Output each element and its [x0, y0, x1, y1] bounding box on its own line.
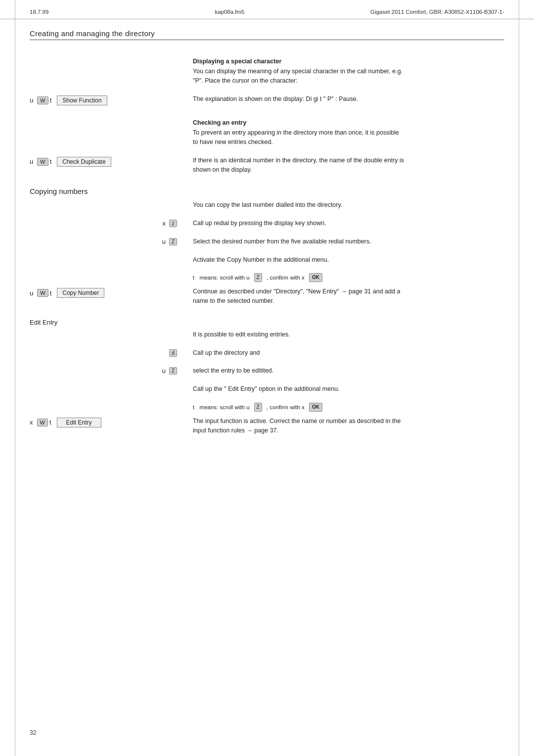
check-duplicate-left-empty	[30, 112, 183, 113]
key-w-check: W	[37, 158, 48, 166]
check-duplicate-intro-row: Checking an entry To prevent an entry ap…	[30, 112, 504, 151]
key-u-copy3: u	[30, 289, 33, 297]
copy-number-keys: u W t Copy Number	[30, 287, 183, 298]
edit-step3-row: Call up the " Edit Entry" option in the …	[30, 384, 504, 398]
edit-step3-body: Call up the " Edit Entry" option in the …	[193, 384, 405, 394]
edit-entry-result: The input function is active. Correct th…	[183, 417, 504, 439]
page-container: 18.7.99 kap08a.fm5 Gigaset 2011 Comfort,…	[0, 0, 534, 756]
check-duplicate-keys: u W t Check Duplicate	[30, 156, 183, 167]
edit-instr-prefix: t	[193, 403, 194, 411]
key-u-check: u	[30, 158, 33, 165]
key-u-show: u	[30, 96, 33, 104]
copy-number-result: Continue as described under "Directory",…	[183, 287, 504, 310]
copy-step1-body: Call up redial by pressing the display k…	[193, 219, 405, 228]
check-duplicate-intro: Checking an entry To prevent an entry ap…	[183, 112, 504, 151]
edit-intro-body: It is possible to edit existing entries.	[193, 330, 405, 339]
key-w-show: W	[37, 96, 48, 104]
key-u-copy2: u	[162, 238, 166, 245]
edit-intro-text: It is possible to edit existing entries.	[183, 330, 504, 343]
edit-step1-text: Call up the directory and	[183, 348, 504, 362]
copy-step1-row: x z Call up redial by pressing the displ…	[30, 219, 504, 232]
edit-intro-left-empty	[30, 330, 183, 331]
checking-entry-heading: Checking an entry	[193, 119, 504, 126]
edit-step1-row: d Call up the directory and	[30, 348, 504, 362]
copy-number-button[interactable]: Copy Number	[57, 288, 104, 298]
show-function-result: The explanation is shown on the display:…	[183, 94, 504, 108]
copy-instruction-left-empty	[30, 273, 183, 274]
copy-intro-left-empty	[30, 200, 183, 201]
show-function-section: Displaying a special character You can d…	[30, 51, 504, 90]
copy-instr-prefix: t	[193, 274, 194, 282]
main-content: Creating and managing the directory Disp…	[0, 24, 534, 464]
edit-instruction-row: t means: scroll with u Z , confirm with …	[30, 403, 504, 412]
show-function-body-after: The explanation is shown on the display:…	[193, 94, 405, 104]
edit-step2-keys: u Z	[30, 366, 183, 375]
copy-step3-body: Activate the Copy Number in the addition…	[193, 255, 405, 265]
page-header: 18.7.99 kap08a.fm5 Gigaset 2011 Comfort,…	[0, 0, 534, 19]
copy-instr-text2: , confirm with x	[267, 274, 305, 282]
key-t-edit: t	[49, 419, 51, 426]
edit-entry-button-row: x W t Edit Entry The input function is a…	[30, 417, 504, 439]
key-x-copy1: x	[163, 220, 166, 227]
key-Z-copy: Z	[169, 238, 177, 245]
copy-step2-body: Select the desired number from the five …	[193, 237, 405, 246]
edit-step3-text: Call up the " Edit Entry" option in the …	[183, 384, 504, 398]
edit-step2-text: select the entry to be editited.	[183, 366, 504, 379]
copy-step2-keys: u Z	[30, 237, 183, 245]
copy-step3-text: Activate the Copy Number in the addition…	[183, 255, 504, 269]
key-t-show: t	[50, 96, 52, 104]
key-z-small-copy: z	[169, 220, 177, 227]
key-Z-edit2: Z	[169, 367, 177, 375]
copy-instruction-row: t means: scroll with u Z , confirm with …	[30, 273, 504, 282]
check-duplicate-result: If there is an identical number in the d…	[183, 156, 504, 179]
edit-scroll-instruction: t means: scroll with u Z , confirm with …	[193, 403, 504, 412]
edit-entry-keys: x W t Edit Entry	[30, 417, 183, 427]
edit-entry-button[interactable]: Edit Entry	[57, 418, 101, 427]
edit-step1-body: Call up the directory and	[193, 348, 405, 358]
edit-entry-body-after: The input function is active. Correct th…	[193, 417, 405, 435]
key-w-copy3: W	[37, 289, 48, 297]
edit-instr-text1: means: scroll with u	[200, 403, 250, 411]
show-function-left	[30, 51, 183, 52]
checking-entry-body: To prevent an entry appearing in the dir…	[193, 128, 405, 147]
copy-intro-body: You can copy the last number dialled int…	[193, 200, 405, 210]
check-duplicate-button[interactable]: Check Duplicate	[57, 157, 111, 167]
copy-step1-text: Call up redial by pressing the display k…	[183, 219, 504, 232]
display-special-char-heading: Displaying a special character	[193, 58, 504, 65]
edit-instr-text2: , confirm with x	[267, 403, 305, 411]
check-duplicate-body-after: If there is an identical number in the d…	[193, 156, 405, 175]
key-t-check: t	[50, 158, 52, 165]
title-divider	[30, 40, 504, 40]
edit-entry-heading: Edit Entry	[30, 319, 504, 326]
edit-instruction-left-empty	[30, 403, 183, 404]
edit-step2-row: u Z select the entry to be editited.	[30, 366, 504, 379]
edit-step2-body: select the entry to be editited.	[193, 366, 405, 376]
edit-intro-row: It is possible to edit existing entries.	[30, 330, 504, 343]
key-u-edit2: u	[162, 367, 166, 375]
copy-instruction-text: t means: scroll with u Z , confirm with …	[183, 273, 504, 282]
copy-intro-row: You can copy the last number dialled int…	[30, 200, 504, 214]
show-function-row: u W t Show Function The explanation is s…	[30, 94, 504, 108]
show-function-intro: Displaying a special character You can d…	[183, 51, 504, 90]
edit-instruction-text: t means: scroll with u Z , confirm with …	[183, 403, 504, 412]
copy-number-button-row: u W t Copy Number Continue as described …	[30, 287, 504, 310]
copy-step1-keys: x z	[30, 219, 183, 227]
copy-step2-row: u Z Select the desired number from the f…	[30, 237, 504, 250]
header-product: Gigaset 2011 Comfort, GBR: A30852-X1106-…	[370, 9, 504, 15]
left-margin-bar	[15, 0, 15, 756]
copying-numbers-heading: Copying numbers	[30, 187, 504, 195]
check-duplicate-row: u W t Check Duplicate If there is an ide…	[30, 156, 504, 179]
header-filename: kap08a.fm5	[215, 9, 244, 15]
page-title: Creating and managing the directory	[30, 29, 504, 38]
page-number: 32	[30, 729, 36, 736]
key-t-copy3: t	[50, 289, 52, 297]
edit-step1-keys: d	[30, 348, 183, 357]
key-ok-copy: OK	[309, 273, 322, 282]
copy-number-body-after: Continue as described under "Directory",…	[193, 287, 405, 306]
key-ok-edit: OK	[309, 403, 322, 412]
show-function-button[interactable]: Show Function	[57, 95, 107, 105]
page-footer: 32	[30, 729, 36, 736]
copy-step3-row: Activate the Copy Number in the addition…	[30, 255, 504, 269]
key-x-edit: x	[30, 419, 33, 426]
key-z2-copy: Z	[254, 273, 262, 282]
